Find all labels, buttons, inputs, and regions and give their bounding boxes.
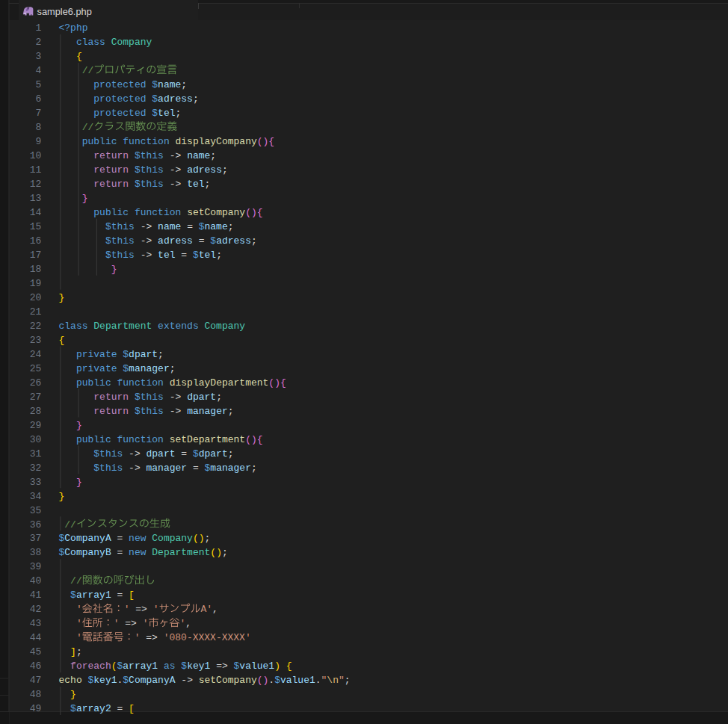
svg-text:value1: value1	[239, 660, 274, 672]
svg-text:Company: Company	[152, 533, 193, 544]
svg-text:name: name	[158, 79, 181, 90]
svg-text:3: 3	[36, 51, 42, 62]
svg-text:public: public	[76, 434, 111, 445]
svg-text:public: public	[82, 136, 117, 147]
svg-text:->: ->	[181, 675, 193, 686]
svg-text:}: }	[111, 264, 117, 275]
svg-text:": "	[339, 675, 345, 686]
svg-text:$: $	[59, 533, 65, 544]
svg-text:displayCompany: displayCompany	[176, 136, 257, 147]
svg-text://: //	[70, 575, 82, 587]
svg-text:25: 25	[30, 363, 42, 374]
svg-text:(): ()	[268, 377, 280, 389]
svg-text:39: 39	[30, 561, 42, 572]
svg-text:': '	[76, 632, 82, 643]
svg-text:}: }	[76, 477, 82, 488]
svg-text:$: $	[152, 79, 158, 90]
svg-text:": "	[321, 675, 327, 686]
svg-text:37: 37	[30, 533, 42, 544]
svg-text:->: ->	[170, 179, 182, 190]
svg-text:;: ;	[181, 79, 187, 90]
svg-text:46: 46	[30, 660, 42, 672]
svg-text:$: $	[123, 349, 129, 360]
svg-text:): )	[274, 660, 280, 672]
svg-text:echo: echo	[59, 675, 82, 686]
svg-text:=: =	[187, 221, 193, 232]
svg-text:,: ,	[212, 604, 218, 615]
svg-text:24: 24	[30, 349, 42, 360]
svg-text:->: ->	[141, 221, 152, 232]
svg-text:$: $	[152, 93, 158, 105]
svg-text:key1: key1	[93, 675, 117, 686]
svg-text:return: return	[93, 392, 129, 403]
svg-text:sample6.php: sample6.php	[37, 6, 92, 17]
svg-text:$: $	[274, 675, 280, 686]
svg-text:30: 30	[30, 434, 42, 445]
svg-text:displayDepartment: displayDepartment	[170, 377, 269, 389]
svg-text:': '	[124, 604, 130, 615]
svg-text://: //	[82, 65, 94, 76]
svg-text:array2: array2	[76, 703, 111, 714]
svg-text:': '	[180, 618, 186, 629]
svg-text:=: =	[199, 235, 205, 247]
svg-text:15: 15	[30, 221, 42, 232]
svg-text:$: $	[88, 675, 94, 686]
svg-text:{: {	[257, 207, 263, 218]
svg-text:$: $	[205, 462, 211, 474]
svg-text:$: $	[59, 547, 65, 558]
svg-text:38: 38	[30, 547, 42, 558]
svg-text:manager: manager	[129, 363, 170, 374]
svg-text:CompanyB: CompanyB	[64, 547, 111, 558]
svg-text:private: private	[76, 349, 117, 360]
svg-text:setDepartment: setDepartment	[170, 434, 245, 445]
svg-text:16: 16	[30, 235, 42, 247]
svg-text:': '	[114, 618, 120, 629]
svg-text:class: class	[76, 37, 105, 48]
svg-text:': '	[143, 618, 149, 629]
svg-text:extends: extends	[158, 321, 199, 332]
svg-text:$: $	[117, 660, 123, 672]
svg-text:manager: manager	[187, 406, 228, 417]
svg-text:$: $	[123, 675, 129, 686]
svg-text:array1: array1	[76, 590, 111, 601]
svg-text:$this: $this	[93, 462, 123, 474]
svg-text:<?php: <?php	[59, 22, 88, 34]
svg-text:31: 31	[30, 448, 42, 460]
svg-text:function: function	[135, 207, 181, 218]
svg-text:->: ->	[170, 150, 182, 161]
svg-text:[: [	[129, 703, 135, 714]
svg-text:setCompany: setCompany	[199, 675, 257, 686]
svg-text:dpart: dpart	[187, 392, 216, 403]
svg-text:35: 35	[30, 505, 42, 516]
svg-text:[: [	[129, 590, 135, 601]
svg-text:;: ;	[205, 533, 211, 544]
svg-text:47: 47	[30, 675, 42, 686]
svg-text:': '	[135, 632, 141, 643]
svg-text:array1: array1	[123, 660, 158, 672]
svg-text:1: 1	[36, 22, 42, 34]
svg-text:29: 29	[30, 420, 42, 431]
svg-text:key1: key1	[187, 660, 210, 672]
svg-text:$this: $this	[105, 235, 135, 247]
svg-text:->: ->	[141, 250, 152, 261]
svg-text:A': A'	[201, 604, 213, 615]
svg-text:12: 12	[30, 179, 42, 190]
svg-text:=>: =>	[216, 660, 228, 672]
svg-text:28: 28	[30, 406, 42, 417]
svg-text:14: 14	[30, 207, 42, 218]
svg-text:;: ;	[216, 250, 222, 261]
svg-text:42: 42	[30, 604, 42, 615]
svg-text:$this: $this	[135, 179, 164, 190]
svg-text:$this: $this	[105, 250, 135, 261]
svg-text:(): ()	[245, 207, 257, 218]
svg-text:$this: $this	[135, 164, 164, 176]
svg-text:}: }	[59, 491, 65, 502]
svg-text:return: return	[93, 164, 129, 176]
svg-text:;: ;	[76, 646, 82, 658]
svg-text:10: 10	[30, 150, 42, 161]
svg-text:;: ;	[251, 235, 257, 247]
svg-text:public: public	[76, 377, 111, 389]
svg-text:{: {	[76, 51, 82, 62]
svg-text:2: 2	[36, 37, 42, 48]
svg-text:class: class	[59, 321, 88, 332]
